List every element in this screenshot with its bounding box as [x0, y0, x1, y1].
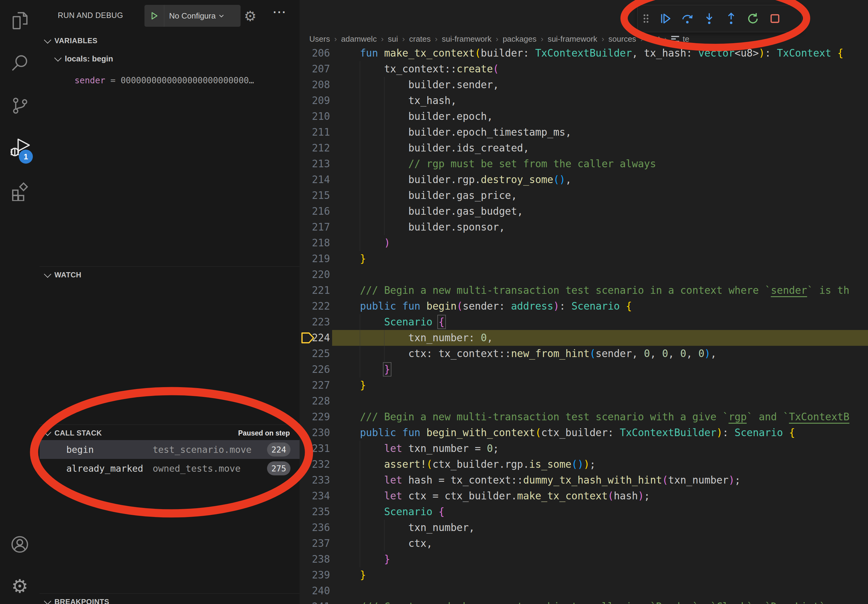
line-number: 229 — [299, 409, 330, 425]
debug-toolbar — [637, 5, 802, 32]
code-line-240[interactable]: 240 — [299, 583, 868, 599]
code-line-235[interactable]: 235 Scenario { — [299, 504, 868, 520]
code-text: ctx, — [330, 536, 432, 551]
breadcrumb-separator: › — [664, 34, 667, 44]
line-number: 220 — [299, 267, 330, 283]
code-line-216[interactable]: 216 builder.gas_budget, — [299, 203, 868, 219]
code-editor[interactable]: 206 fun make_tx_context(builder: TxConte… — [299, 0, 868, 604]
code-line-207[interactable]: 207 tx_context::create( — [299, 61, 868, 77]
code-line-221[interactable]: 221 /// Begin a new multi-transaction te… — [299, 283, 868, 298]
code-text: } — [330, 378, 366, 393]
stop-button[interactable] — [764, 5, 786, 32]
continue-button[interactable] — [654, 5, 676, 32]
line-number: 233 — [299, 472, 330, 488]
code-line-230[interactable]: 230 public fun begin_with_context(ctx_bu… — [299, 425, 868, 441]
code-text: let txn_number = 0; — [330, 441, 499, 457]
toolbar-drag-grip[interactable] — [637, 5, 654, 32]
code-line-215[interactable]: 215 builder.gas_price, — [299, 187, 868, 203]
code-line-229[interactable]: 229 /// Begin a new multi-transaction te… — [299, 409, 868, 425]
line-number: 231 — [299, 441, 330, 457]
start-debug-icon[interactable] — [144, 5, 164, 27]
code-line-222[interactable]: 222 public fun begin(sender: address): S… — [299, 298, 868, 314]
code-line-232[interactable]: 232 assert!(ctx_builder.rgp.is_some()); — [299, 457, 868, 472]
breadcrumb-item[interactable]: sui — [388, 34, 398, 44]
code-line-226[interactable]: 226 } — [299, 362, 868, 378]
variables-scope-row[interactable]: locals: begin — [55, 54, 113, 63]
code-line-227[interactable]: 227 } — [299, 378, 868, 393]
code-text — [330, 393, 336, 409]
code-line-236[interactable]: 236 txn_number, — [299, 520, 868, 536]
code-text: ctx: tx_context::new_from_hint(sender, 0… — [330, 346, 716, 362]
search-icon[interactable] — [0, 46, 40, 80]
debug-settings-gear-icon[interactable]: ⚙ — [244, 8, 256, 24]
debug-config-dropdown[interactable]: No Configura — [144, 5, 240, 27]
code-line-241[interactable]: 241 /// Creates and shares system object… — [299, 599, 868, 604]
breadcrumb-item[interactable]: packages — [503, 34, 536, 44]
restart-button[interactable] — [742, 5, 764, 32]
code-text: } — [330, 567, 366, 583]
call-stack-section-header[interactable]: CALL STACK Paused on step — [40, 426, 299, 440]
code-line-214[interactable]: 214 builder.rgp.destroy_some(), — [299, 172, 868, 187]
step-into-button[interactable] — [698, 5, 720, 32]
manage-gear-icon[interactable]: ⚙ — [0, 569, 40, 603]
code-line-233[interactable]: 233 let hash = tx_context::dummy_tx_hash… — [299, 472, 868, 488]
breadcrumb-item[interactable]: sui-framework — [442, 34, 491, 44]
source-control-icon[interactable] — [0, 89, 40, 122]
code-line-223[interactable]: 223 Scenario { — [299, 314, 868, 330]
breadcrumb-item[interactable]: crates — [409, 34, 431, 44]
breadcrumb-item[interactable]: adamwelc — [341, 34, 377, 44]
watch-section-header[interactable]: WATCH — [40, 268, 299, 282]
code-text: txn_number, — [330, 520, 475, 536]
more-actions-icon[interactable]: ··· — [273, 6, 287, 19]
code-line-237[interactable]: 237 ctx, — [299, 536, 868, 551]
step-over-button[interactable] — [676, 5, 698, 32]
code-line-228[interactable]: 228 — [299, 393, 868, 409]
line-number: 216 — [299, 203, 330, 219]
code-line-225[interactable]: 225 ctx: tx_context::new_from_hint(sende… — [299, 346, 868, 362]
breadcrumb-item[interactable]: test — [647, 34, 660, 44]
code-line-231[interactable]: 231 let txn_number = 0; — [299, 441, 868, 457]
explorer-icon[interactable] — [0, 4, 40, 37]
run-and-debug-icon[interactable]: 1 — [0, 132, 40, 165]
code-line-211[interactable]: 211 builder.epoch_timestamp_ms, — [299, 124, 868, 140]
step-out-button[interactable] — [720, 5, 742, 32]
breadcrumb-item[interactable]: Users — [309, 34, 330, 44]
code-line-224[interactable]: 224 txn_number: 0, — [299, 330, 868, 346]
code-line-238[interactable]: 238 } — [299, 551, 868, 567]
code-text: public fun begin(sender: address): Scena… — [330, 298, 632, 314]
variable-sender[interactable]: sender = 0000000000000000000000000… — [74, 76, 299, 85]
current-frame-pointer-icon[interactable] — [301, 331, 315, 345]
code-line-234[interactable]: 234 let ctx = ctx_builder.make_tx_contex… — [299, 488, 868, 504]
line-number: 217 — [299, 219, 330, 235]
breadcrumb-item[interactable]: sui-framework — [548, 34, 597, 44]
debug-count-badge: 1 — [19, 150, 33, 164]
breadcrumb[interactable]: Users›adamwelc›sui›crates›sui-framework›… — [299, 29, 868, 48]
code-line-220[interactable]: 220 — [299, 267, 868, 283]
code-line-212[interactable]: 212 builder.ids_created, — [299, 140, 868, 156]
call-stack-frame[interactable]: already_markedowned_tests.move275 — [40, 459, 299, 478]
account-icon[interactable] — [0, 528, 40, 561]
code-line-239[interactable]: 239 } — [299, 567, 868, 583]
code-text: builder.rgp.destroy_some(), — [330, 172, 572, 187]
chevron-down-icon — [217, 12, 225, 20]
code-text: tx_context::create( — [330, 61, 499, 77]
code-line-209[interactable]: 209 tx_hash, — [299, 93, 868, 108]
code-line-218[interactable]: 218 ) — [299, 235, 868, 251]
chevron-down-icon — [54, 54, 62, 62]
indent-guide — [360, 61, 360, 251]
code-line-217[interactable]: 217 builder.sponsor, — [299, 219, 868, 235]
code-line-208[interactable]: 208 builder.sender, — [299, 77, 868, 93]
call-stack-frame[interactable]: begintest_scenario.move224 — [40, 440, 299, 459]
variables-section-header[interactable]: VARIABLES — [40, 34, 299, 48]
line-number: 226 — [299, 362, 330, 378]
breakpoints-section-header[interactable]: BREAKPOINTS — [40, 595, 299, 604]
extensions-icon[interactable] — [0, 174, 40, 208]
code-line-219[interactable]: 219 } — [299, 251, 868, 267]
chevron-down-icon — [44, 597, 51, 604]
line-number: 238 — [299, 551, 330, 567]
code-line-210[interactable]: 210 builder.epoch, — [299, 108, 868, 124]
breadcrumb-item[interactable]: sources — [609, 34, 636, 44]
breadcrumb-file[interactable]: te — [671, 34, 690, 44]
code-line-213[interactable]: 213 // rgp must be set from the caller a… — [299, 156, 868, 172]
code-text: builder.epoch, — [330, 108, 493, 124]
